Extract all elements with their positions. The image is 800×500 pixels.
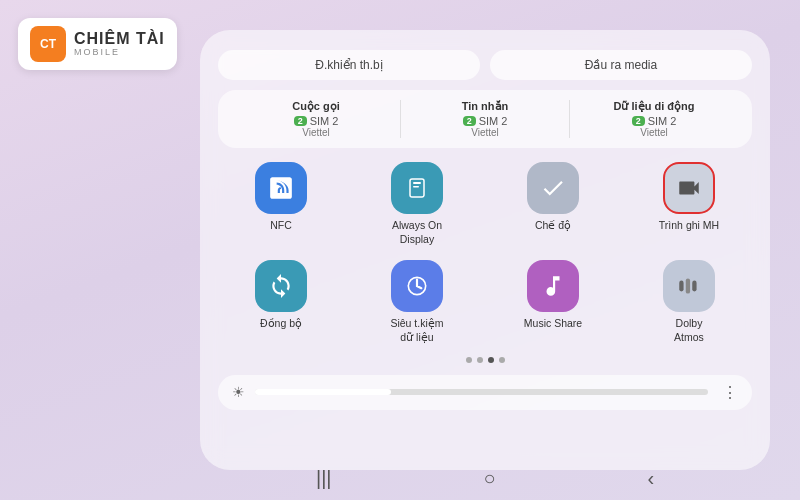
du-lieu-sim: 2 SIM 2 — [632, 115, 677, 127]
logo-sub: MOBILE — [74, 48, 165, 58]
music-share-tile[interactable]: Music Share — [490, 260, 616, 344]
trinh-ghi-mh-tile[interactable]: Trình ghi MH — [626, 162, 752, 246]
tin-nhan-info: Tin nhắn 2 SIM 2 Viettel — [401, 100, 570, 138]
tin-nhan-sim-label: SIM 2 — [479, 115, 508, 127]
tiles-row2: Đồng bộ Siêu t.kiệmdữ liệu Music Share D… — [218, 260, 752, 344]
music-share-label: Music Share — [524, 317, 582, 331]
che-do-tile[interactable]: Chế độ — [490, 162, 616, 246]
cuoc-goi-sim: 2 SIM 2 — [294, 115, 339, 127]
nav-menu-icon[interactable]: ||| — [316, 467, 332, 490]
tin-nhan-sim: 2 SIM 2 — [463, 115, 508, 127]
top-buttons-row: Đ.khiển th.bị Đầu ra media — [218, 50, 752, 80]
svg-rect-6 — [692, 281, 696, 292]
brightness-icon: ☀ — [232, 384, 245, 400]
trinh-ghi-label: Trình ghi MH — [659, 219, 719, 233]
dolby-icon — [663, 260, 715, 312]
svg-rect-0 — [410, 179, 424, 197]
music-share-icon — [527, 260, 579, 312]
nav-home-icon[interactable]: ○ — [483, 467, 495, 490]
aod-label: Always OnDisplay — [392, 219, 442, 246]
svg-rect-2 — [413, 186, 419, 188]
dot-4 — [499, 357, 505, 363]
dong-bo-label: Đồng bộ — [260, 317, 302, 331]
dot-1 — [466, 357, 472, 363]
nav-back-icon[interactable]: ‹ — [647, 467, 654, 490]
sieu-tiet-kiem-label: Siêu t.kiệmdữ liệu — [390, 317, 443, 344]
tin-nhan-label: Tin nhắn — [462, 100, 509, 113]
dolby-label: DolbyAtmos — [674, 317, 704, 344]
cuoc-goi-info: Cuộc gọi 2 SIM 2 Viettel — [232, 100, 401, 138]
logo: CT CHIÊM TÀI MOBILE — [18, 18, 177, 70]
dong-bo-tile[interactable]: Đồng bộ — [218, 260, 344, 344]
tin-nhan-provider: Viettel — [471, 127, 499, 138]
logo-text: CHIÊM TÀI MOBILE — [74, 30, 165, 57]
dot-3-active — [488, 357, 494, 363]
cuoc-goi-sim-label: SIM 2 — [310, 115, 339, 127]
aod-icon — [391, 162, 443, 214]
brightness-slider-fill — [255, 389, 391, 395]
more-options-icon[interactable]: ⋮ — [722, 383, 738, 402]
bottom-nav: ||| ○ ‹ — [200, 467, 770, 490]
cuoc-goi-sim-badge: 2 — [294, 116, 307, 126]
brightness-row: ☀ ⋮ — [218, 375, 752, 410]
che-do-label: Chế độ — [535, 219, 571, 233]
trinh-ghi-icon — [663, 162, 715, 214]
sieu-tiet-kiem-icon — [391, 260, 443, 312]
main-panel: Đ.khiển th.bị Đầu ra media Cuộc gọi 2 SI… — [200, 30, 770, 470]
svg-rect-5 — [686, 279, 690, 294]
tin-nhan-sim-badge: 2 — [463, 116, 476, 126]
logo-icon: CT — [30, 26, 66, 62]
device-control-button[interactable]: Đ.khiển th.bị — [218, 50, 480, 80]
du-lieu-label: Dữ liệu di động — [614, 100, 695, 113]
sieu-tiet-kiem-tile[interactable]: Siêu t.kiệmdữ liệu — [354, 260, 480, 344]
tiles-row1: NFC Always OnDisplay Chế độ Trình ghi MH — [218, 158, 752, 250]
svg-rect-4 — [679, 281, 683, 292]
page-dots — [218, 355, 752, 365]
sim-info-row: Cuộc gọi 2 SIM 2 Viettel Tin nhắn 2 SIM … — [218, 90, 752, 148]
du-lieu-sim-badge: 2 — [632, 116, 645, 126]
nfc-tile[interactable]: NFC — [218, 162, 344, 246]
du-lieu-info: Dữ liệu di động 2 SIM 2 Viettel — [570, 100, 738, 138]
du-lieu-provider: Viettel — [640, 127, 668, 138]
cuoc-goi-provider: Viettel — [302, 127, 330, 138]
dong-bo-icon — [255, 260, 307, 312]
che-do-icon — [527, 162, 579, 214]
logo-main: CHIÊM TÀI — [74, 30, 165, 48]
nfc-icon — [255, 162, 307, 214]
nfc-label: NFC — [270, 219, 292, 233]
brightness-slider-track[interactable] — [255, 389, 708, 395]
always-on-display-tile[interactable]: Always OnDisplay — [354, 162, 480, 246]
svg-rect-1 — [413, 182, 421, 184]
du-lieu-sim-label: SIM 2 — [648, 115, 677, 127]
dot-2 — [477, 357, 483, 363]
cuoc-goi-label: Cuộc gọi — [292, 100, 340, 113]
media-output-button[interactable]: Đầu ra media — [490, 50, 752, 80]
dolby-atmos-tile[interactable]: DolbyAtmos — [626, 260, 752, 344]
